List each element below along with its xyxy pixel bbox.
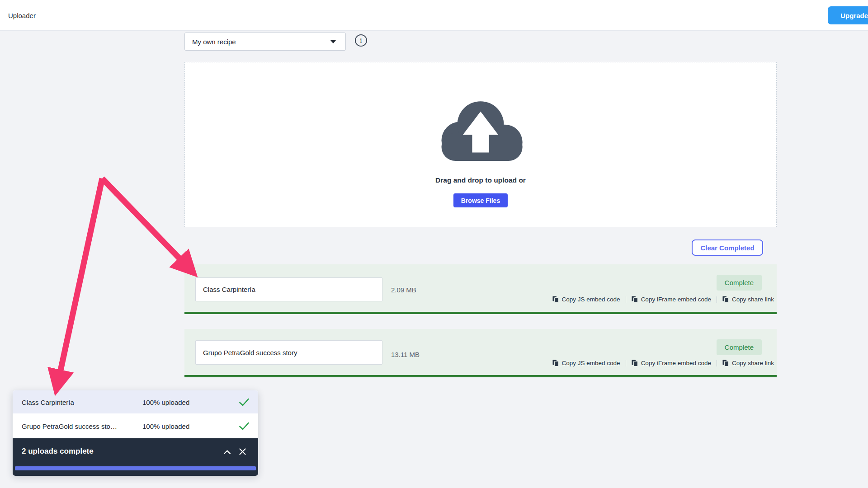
- status-badge: Complete: [717, 275, 762, 291]
- filename-input[interactable]: [195, 340, 382, 365]
- notification-footer: 2 uploads complete: [13, 438, 258, 476]
- upload-row: 2.09 MB Complete Copy JS embed code Copy…: [184, 264, 777, 314]
- status-badge: Complete: [717, 339, 762, 355]
- top-bar: Uploader Upgrade: [0, 0, 868, 31]
- dropzone[interactable]: Drag and drop to upload or Browse Files: [184, 62, 777, 227]
- upgrade-button[interactable]: Upgrade: [828, 6, 868, 24]
- chevron-down-icon: [330, 40, 336, 43]
- copy-js-embed-link[interactable]: Copy JS embed code: [552, 296, 620, 303]
- copy-share-link[interactable]: Copy share link: [722, 296, 774, 303]
- arrow-to-upload-row: [102, 178, 181, 260]
- copy-icon: [632, 360, 638, 366]
- notification-progress: 100% uploaded: [142, 398, 189, 406]
- upload-row: 13.11 MB Complete Copy JS embed code Cop…: [184, 329, 777, 377]
- check-icon: [239, 398, 249, 406]
- dropzone-prompt: Drag and drop to upload or: [435, 176, 526, 184]
- file-size: 2.09 MB: [391, 286, 416, 294]
- copy-link-label: Copy share link: [732, 296, 774, 303]
- browse-files-button[interactable]: Browse Files: [453, 193, 508, 207]
- row-actions: Copy JS embed code Copy iFrame embed cod…: [552, 296, 774, 303]
- upload-progress-bar: [184, 375, 777, 377]
- copy-icon: [722, 296, 729, 303]
- page-title: Uploader: [8, 11, 36, 19]
- copy-icon: [632, 296, 638, 303]
- clear-completed-button[interactable]: Clear Completed: [692, 239, 763, 256]
- info-icon[interactable]: i: [355, 34, 367, 47]
- copy-link-label: Copy JS embed code: [562, 296, 620, 303]
- copy-js-embed-link[interactable]: Copy JS embed code: [552, 360, 620, 366]
- close-icon[interactable]: [239, 448, 246, 455]
- separator: [717, 296, 717, 303]
- check-icon: [239, 422, 249, 430]
- overall-progress-bar: [15, 466, 256, 470]
- upload-notification-panel: Class Carpintería 100% uploaded Grupo Pe…: [13, 390, 258, 476]
- copy-link-label: Copy JS embed code: [562, 360, 620, 366]
- copy-iframe-embed-link[interactable]: Copy iFrame embed code: [632, 296, 711, 303]
- recipe-selected-value: My own recipe: [192, 38, 236, 46]
- arrow-to-notification-panel: [60, 178, 102, 372]
- upload-summary: 2 uploads complete: [22, 447, 94, 456]
- copy-icon: [722, 360, 729, 366]
- upload-progress-bar: [184, 312, 777, 314]
- recipe-select[interactable]: My own recipe: [184, 33, 346, 51]
- file-size: 13.11 MB: [391, 351, 420, 358]
- copy-iframe-embed-link[interactable]: Copy iFrame embed code: [632, 360, 711, 366]
- separator: [626, 296, 626, 303]
- copy-icon: [552, 360, 559, 366]
- notification-progress: 100% uploaded: [142, 422, 189, 430]
- notification-filename: Grupo PetraGold success sto…: [22, 422, 117, 430]
- chevron-up-icon[interactable]: [223, 450, 231, 455]
- copy-icon: [552, 296, 559, 303]
- separator: [626, 360, 626, 366]
- filename-input[interactable]: [195, 277, 382, 301]
- notification-filename: Class Carpintería: [22, 398, 74, 406]
- copy-share-link[interactable]: Copy share link: [722, 360, 774, 366]
- notification-item: Grupo PetraGold success sto… 100% upload…: [13, 413, 258, 438]
- row-actions: Copy JS embed code Copy iFrame embed cod…: [552, 360, 774, 366]
- copy-link-label: Copy share link: [732, 360, 774, 366]
- separator: [717, 360, 717, 366]
- copy-link-label: Copy iFrame embed code: [641, 296, 711, 303]
- notification-item: Class Carpintería 100% uploaded: [13, 390, 258, 413]
- copy-link-label: Copy iFrame embed code: [641, 360, 711, 366]
- cloud-upload-icon: [434, 99, 527, 161]
